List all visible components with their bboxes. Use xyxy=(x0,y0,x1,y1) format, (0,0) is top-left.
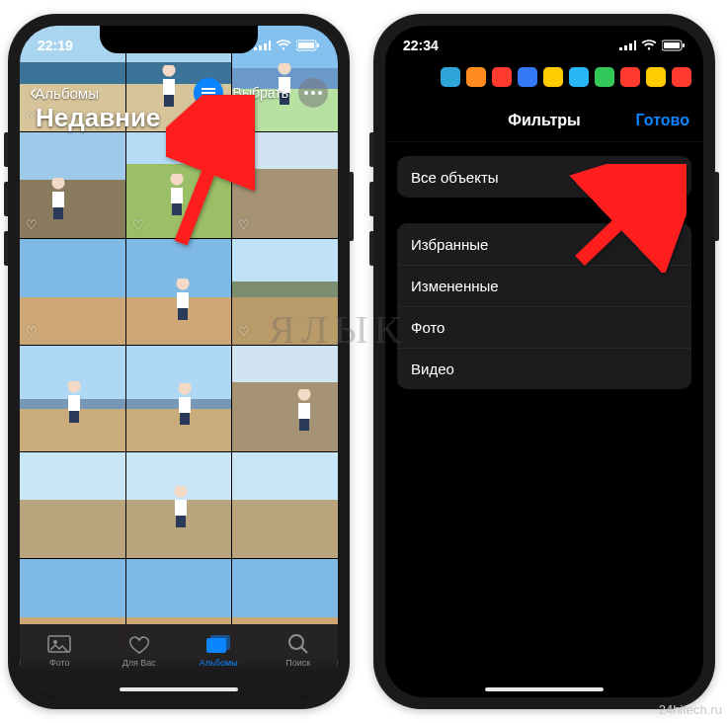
wifi-icon xyxy=(276,40,291,51)
phone-right: 22:34 xyxy=(373,14,715,709)
svg-rect-12 xyxy=(683,43,685,47)
dot-icon xyxy=(311,91,315,95)
heart-icon: ♡ xyxy=(26,324,38,339)
photos-icon xyxy=(20,632,100,656)
heart-icon: ♡ xyxy=(26,217,38,232)
photo-thumb[interactable] xyxy=(232,452,338,558)
photo-thumb[interactable] xyxy=(126,239,232,345)
svg-line-9 xyxy=(301,647,307,653)
annotation-arrow xyxy=(568,164,687,273)
svg-line-3 xyxy=(181,109,233,243)
tab-label: Альбомы xyxy=(179,658,259,668)
photo-thumb[interactable] xyxy=(20,452,125,558)
photo-thumb[interactable]: ♡ xyxy=(232,239,338,345)
svg-rect-11 xyxy=(664,42,680,48)
photo-thumb[interactable]: ♡ xyxy=(20,132,125,238)
screen-right: 22:34 xyxy=(385,26,703,697)
done-button[interactable]: Готово xyxy=(636,112,689,129)
wifi-icon xyxy=(641,40,657,51)
filter-row-video[interactable]: Видео xyxy=(397,348,691,389)
back-label: Альбомы xyxy=(35,85,99,102)
svg-rect-1 xyxy=(298,42,314,48)
nav-bar: Фильтры Готово xyxy=(385,99,703,142)
tab-label: Для Вас xyxy=(100,658,180,668)
home-indicator[interactable] xyxy=(120,687,238,691)
status-time: 22:34 xyxy=(403,38,439,53)
svg-rect-2 xyxy=(317,43,319,47)
battery-icon xyxy=(296,40,320,51)
tab-label: Поиск xyxy=(259,658,339,668)
app-switcher-strip xyxy=(441,67,691,87)
photo-thumb[interactable] xyxy=(126,346,232,451)
row-label: Фото xyxy=(411,319,445,336)
row-label: Видео xyxy=(411,361,454,377)
photo-thumb[interactable]: ♡ xyxy=(20,239,125,345)
photo-thumb[interactable] xyxy=(126,452,232,558)
tab-bar: Фото Для Вас Альбомы xyxy=(20,624,338,697)
albums-icon xyxy=(179,632,259,656)
filter-lines-icon xyxy=(202,92,215,94)
filter-row-photo[interactable]: Фото xyxy=(397,306,691,348)
source-watermark: 24hitech.ru xyxy=(659,702,722,717)
nav-title: Фильтры xyxy=(508,112,580,129)
photo-thumb[interactable] xyxy=(232,346,338,451)
tab-search[interactable]: Поиск xyxy=(259,632,339,668)
photo-thumb[interactable] xyxy=(20,346,125,451)
search-icon xyxy=(259,632,339,656)
row-label: Измененные xyxy=(411,278,499,294)
battery-icon xyxy=(662,40,686,51)
status-time: 22:19 xyxy=(38,38,73,53)
for-you-icon xyxy=(100,632,180,656)
tab-albums[interactable]: Альбомы xyxy=(179,632,259,668)
more-button[interactable] xyxy=(298,78,328,108)
row-label: Все объекты xyxy=(411,169,499,186)
row-label: Избранные xyxy=(411,236,488,253)
svg-point-5 xyxy=(53,640,57,644)
dot-icon xyxy=(318,91,322,95)
notch xyxy=(465,26,623,53)
phone-left: ♡ ♡ ♡ ♡ ♡ ♡ ♡ 22:19 xyxy=(8,14,350,709)
annotation-arrow xyxy=(166,95,255,253)
svg-point-8 xyxy=(289,635,303,649)
dot-icon xyxy=(304,91,308,95)
svg-rect-7 xyxy=(210,635,230,650)
svg-line-13 xyxy=(580,178,667,261)
screen-left: ♡ ♡ ♡ ♡ ♡ ♡ ♡ 22:19 xyxy=(20,26,338,697)
tab-photos[interactable]: Фото xyxy=(20,632,100,668)
heart-icon: ♡ xyxy=(132,217,144,232)
home-indicator[interactable] xyxy=(485,687,604,691)
tab-for-you[interactable]: Для Вас xyxy=(100,632,180,668)
tab-label: Фото xyxy=(20,658,100,668)
heart-icon: ♡ xyxy=(238,324,250,339)
page-title: Недавние xyxy=(36,103,160,133)
notch xyxy=(100,26,258,53)
